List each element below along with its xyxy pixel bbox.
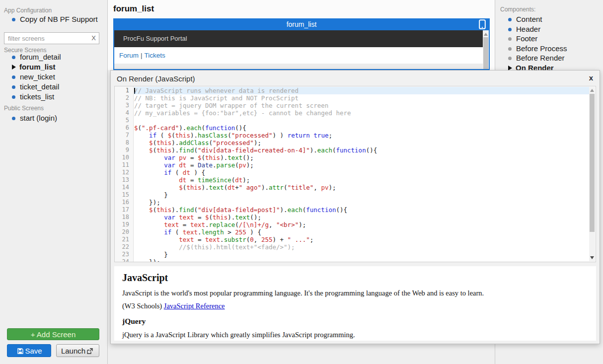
scroll-up-icon[interactable] (589, 87, 595, 93)
code-token: ; (328, 132, 332, 139)
screen-canvas: forum_list forum_list ProcFu Support Por… (108, 0, 495, 70)
component-item-before-process[interactable]: Before Process (508, 44, 567, 54)
screen-item-ticket-detail[interactable]: ticket_detail (12, 82, 61, 92)
tickets-link[interactable]: Tickets (145, 52, 165, 59)
code-line[interactable]: $(".pf-card").each(function(){ (134, 124, 589, 132)
component-item-footer[interactable]: Footer (508, 34, 567, 44)
forum-link[interactable]: Forum (119, 52, 139, 59)
code-line[interactable]: // JavaScript runs whenever data is rend… (134, 87, 589, 94)
code-line[interactable]: $(this).find("div[data-field=post]").eac… (134, 206, 589, 214)
bullet-icon (12, 75, 15, 79)
code-token: > (224, 228, 235, 236)
code-line[interactable]: var text = $(this).text(); (134, 214, 589, 221)
code-line[interactable]: $(this).text(dt+" ago").attr("title", pv… (134, 184, 589, 191)
code-line[interactable]: dt = timeSince(dt); (134, 176, 589, 184)
code-token: ) + (273, 236, 288, 243)
code-token: ) { (246, 228, 261, 236)
code-token: ( (171, 228, 183, 236)
save-label: Save (25, 347, 42, 355)
preview-content-area (114, 64, 483, 69)
code-token: , (313, 184, 321, 191)
line-number: 22 (115, 243, 133, 251)
preview-scrollbar[interactable] (483, 30, 489, 69)
code-line[interactable]: var pv = $(this).text(); (134, 154, 589, 161)
component-item-content[interactable]: Content (508, 14, 567, 24)
screen-item-forum-list[interactable]: forum_list (12, 62, 61, 72)
code-token: . (198, 228, 202, 236)
scroll-up-icon[interactable] (483, 31, 489, 37)
component-item-before-render[interactable]: Before Render (508, 53, 567, 63)
help-text-jquery: jQuery is a JavaScript Library which gre… (122, 331, 588, 339)
code-line[interactable]: text = text.substr(0, 255) + " ..."; (134, 236, 589, 243)
filter-screens-input[interactable] (4, 32, 99, 44)
launch-button[interactable]: Launch (56, 344, 99, 357)
close-icon[interactable]: x (589, 73, 593, 82)
phone-icon[interactable] (479, 19, 486, 29)
code-token: return (288, 132, 310, 139)
code-line[interactable]: if ( text.length > 255 ) { (134, 228, 589, 236)
code-line[interactable]: // NB: this is JavaScript and NOT ProcSc… (134, 94, 589, 102)
code-token: }); (134, 258, 160, 262)
component-label: Header (516, 25, 540, 33)
scroll-down-icon[interactable] (589, 255, 595, 261)
code-line[interactable]: if ( dt ) { (134, 169, 589, 176)
code-token: "div[data-field=created-on-4]" (198, 146, 310, 154)
save-icon (17, 348, 23, 354)
code-line[interactable]: //$(this).html(text+"<fade/>"); (134, 243, 589, 251)
code-token: ( (202, 124, 206, 132)
line-number: 10 (115, 154, 133, 161)
code-line[interactable]: }); (134, 258, 589, 262)
code-token: timeSince (198, 176, 231, 184)
screen-item-tickets-list[interactable]: tickets_list (12, 92, 61, 102)
code-token: find (179, 206, 194, 214)
component-item-header[interactable]: Header (508, 24, 567, 34)
code-token: ; (310, 236, 314, 243)
save-button[interactable]: Save (7, 344, 51, 357)
screen-item-start-login-[interactable]: start (login) (12, 113, 57, 123)
code-token: find (179, 146, 194, 154)
code-token: dt (183, 169, 190, 176)
line-number: 8 (115, 139, 133, 146)
scrollbar-thumb[interactable] (590, 94, 595, 232)
app-name-item[interactable]: Copy of NB PF Support (12, 15, 98, 23)
code-line[interactable]: $(this).find("div[data-field=created-on-… (134, 146, 589, 154)
code-token: ) ) (273, 132, 288, 139)
screen-item-new-ticket[interactable]: new_ticket (12, 72, 61, 82)
code-token: text (164, 221, 179, 228)
code-line[interactable]: // target = jquery DOM wrapper of the cu… (134, 102, 589, 109)
line-number: 4 (115, 109, 133, 117)
code-token (134, 206, 149, 214)
code-line[interactable] (134, 117, 589, 124)
code-token: pv (321, 184, 328, 191)
add-screen-button[interactable]: + Add Screen (7, 328, 99, 340)
javascript-reference-link[interactable]: JavaScript Reference (164, 302, 225, 310)
scrollbar-thumb[interactable] (483, 37, 488, 69)
code-editor[interactable]: 123456789101112131415161718192021222324 … (114, 86, 596, 262)
code-line[interactable]: var dt = Date.parse(pv); (134, 161, 589, 169)
on-render-modal: On Render (JavaScript) x 123456789101112… (110, 70, 600, 344)
editor-scrollbar[interactable] (589, 87, 595, 261)
code-line[interactable]: // my_variables = {foo:"bar",etc} - cann… (134, 109, 589, 117)
code-line[interactable]: $(this).addClass("processed"); (134, 139, 589, 146)
screen-item-forum-detail[interactable]: forum_detail (12, 52, 61, 62)
code-token: dt (235, 176, 242, 184)
code-line[interactable]: } (134, 191, 589, 199)
code-token: 255 (261, 236, 273, 243)
code-token: } (134, 251, 168, 258)
code-line[interactable]: }); (134, 199, 589, 206)
launch-label: Launch (61, 347, 85, 355)
code-line[interactable]: } (134, 251, 589, 258)
code-token: var (164, 154, 175, 161)
code-line[interactable]: if ( $(this).hasClass("processed") ) ret… (134, 132, 589, 139)
code-token: hasClass (198, 132, 227, 139)
bullet-icon (508, 28, 512, 31)
code-token: this (156, 139, 171, 146)
filter-clear-button[interactable]: X (91, 34, 96, 42)
code-line[interactable]: text = text.replace(/[\n]+/g, "<br>"); (134, 221, 589, 228)
filter-screens-field: X (4, 32, 99, 44)
code-token: ). (227, 214, 235, 221)
help-ref-javascript: (W3 Schools) JavaScript Reference (122, 302, 588, 310)
code-token: $ (205, 214, 209, 221)
code-area[interactable]: // JavaScript runs whenever data is rend… (134, 87, 589, 262)
code-token: ). (220, 154, 227, 161)
